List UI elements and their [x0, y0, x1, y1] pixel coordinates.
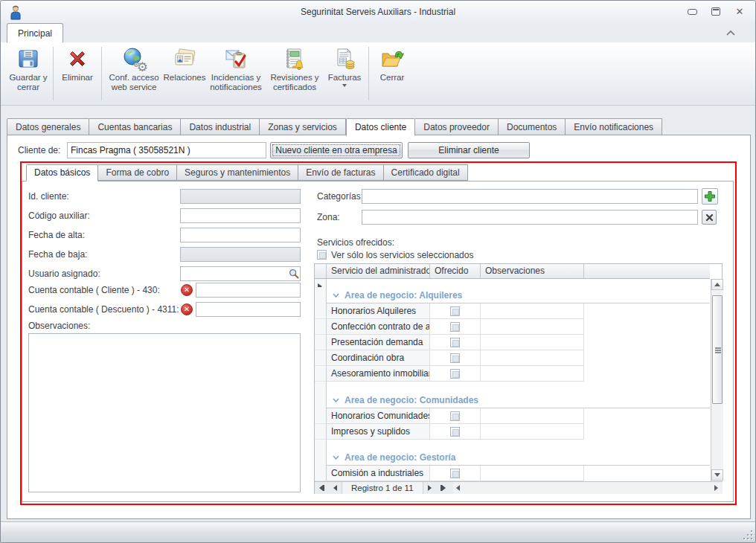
ribbon-separator [53, 47, 54, 100]
usuario-asignado-label: Usuario asignado: [28, 266, 100, 281]
tab-documentos[interactable]: Documentos [499, 118, 566, 135]
grid-header-indicator [315, 264, 327, 278]
zona-field[interactable] [362, 210, 698, 225]
grid-row[interactable]: Comisión a industriales [315, 466, 710, 481]
ofrecido-checkbox[interactable] [450, 353, 460, 363]
ofrecido-checkbox[interactable] [450, 427, 460, 437]
ofrecido-checkbox[interactable] [450, 306, 460, 316]
codigo-auxiliar-label: Código auxiliar: [28, 208, 90, 223]
observaciones-cell[interactable] [481, 424, 584, 440]
search-icon[interactable] [289, 269, 299, 279]
plus-icon [704, 190, 716, 202]
web-service-config-button[interactable]: ⚙ ⚙ Conf. acceso web service [105, 45, 163, 103]
grid-row[interactable]: Coordinación obra [315, 350, 710, 366]
revisions-certificates-button[interactable]: Revisiones y certificados [266, 45, 324, 103]
observaciones-cell[interactable] [481, 408, 584, 424]
ver-solo-seleccionados-checkbox[interactable] [317, 250, 327, 260]
grid-horizontal-scrollbar[interactable] [453, 482, 723, 494]
observaciones-cell[interactable] [481, 319, 584, 335]
close-form-button[interactable]: Cerrar [372, 45, 412, 103]
codigo-auxiliar-field[interactable] [180, 208, 301, 223]
ofrecido-cell [430, 424, 481, 440]
usuario-asignado-field[interactable] [180, 266, 301, 281]
tab-forma-de-cobro[interactable]: Forma de cobro [98, 164, 177, 181]
group-collapse-icon [333, 455, 339, 460]
cuenta-descuento-field[interactable] [196, 302, 301, 317]
observaciones-cell[interactable] [481, 335, 584, 350]
close-window-button[interactable]: ✕ [730, 4, 749, 19]
id-cliente-label: Id. cliente: [28, 189, 69, 204]
zona-label: Zona: [317, 210, 340, 225]
observaciones-cell[interactable] [481, 303, 584, 319]
minimize-button[interactable] [682, 4, 702, 19]
tab-zonas-servicios[interactable]: Zonas y servicios [260, 118, 346, 135]
next-record-button[interactable] [423, 482, 437, 494]
relations-button[interactable]: Relaciones [163, 45, 206, 103]
invoices-button[interactable]: Facturas [324, 45, 365, 103]
observaciones-cell[interactable] [481, 366, 584, 382]
scroll-left-button[interactable] [456, 485, 460, 491]
clear-zona-button[interactable] [702, 210, 717, 225]
ofrecido-checkbox[interactable] [450, 411, 460, 421]
previous-record-button[interactable] [328, 482, 342, 494]
error-icon: ✕ [181, 284, 193, 296]
delete-button[interactable]: Eliminar [57, 45, 98, 103]
tab-seguros-mantenimientos[interactable]: Seguros y mantenimientos [177, 164, 298, 181]
nuevo-cliente-button[interactable]: Nuevo cliente en otra empresa [270, 142, 403, 158]
collapse-ribbon-icon[interactable] [725, 29, 736, 36]
observaciones-field[interactable] [28, 333, 301, 492]
last-record-button[interactable] [437, 482, 450, 494]
scrollbar-thumb[interactable] [712, 295, 723, 404]
resize-grip[interactable] [743, 530, 752, 539]
tab-envio-notificaciones[interactable]: Envío notificaciones [566, 118, 662, 135]
group-row-gestoria[interactable]: Area de negocio: Gestoría [315, 449, 710, 466]
observaciones-cell[interactable] [481, 466, 584, 481]
ribbon-tab-principal[interactable]: Principal [7, 23, 63, 42]
grid-row[interactable]: Asesoramiento inmobiliario [315, 366, 710, 382]
ofrecido-checkbox[interactable] [450, 338, 460, 347]
group-row-comunidades[interactable]: Area de negocio: Comunidades [315, 392, 710, 408]
grid-row[interactable]: Confección contrato de alqui... [315, 319, 710, 335]
tab-cuentas-bancarias[interactable]: Cuentas bancarias [89, 118, 181, 135]
tab-envio-de-facturas[interactable]: Envío de facturas [298, 164, 383, 181]
grid-header-ofrecido[interactable]: Ofrecido [430, 264, 481, 278]
scroll-up-button[interactable] [711, 279, 723, 290]
grid-row[interactable]: Honorarios Comunidades [315, 408, 710, 424]
categorias-field[interactable] [362, 189, 698, 204]
fecha-alta-field[interactable] [180, 228, 301, 242]
scroll-down-button[interactable] [711, 469, 723, 481]
cliente-de-field[interactable]: Fincas Pragma ( 35058521N ) [67, 142, 266, 158]
tab-datos-industrial[interactable]: Datos industrial [181, 118, 260, 135]
group-row-alquileres[interactable]: Area de negocio: Alquileres [315, 287, 710, 303]
incidents-notifications-button[interactable]: Incidencias y notificaciones [206, 45, 266, 103]
ofrecido-checkbox[interactable] [450, 469, 460, 478]
observaciones-cell[interactable] [481, 350, 584, 366]
tab-datos-proveedor[interactable]: Datos proveedor [415, 118, 499, 135]
grid-header-servicio[interactable]: Servicio del administrador [327, 264, 430, 278]
ofrecido-checkbox[interactable] [450, 322, 460, 332]
tab-datos-cliente[interactable]: Datos cliente [346, 118, 415, 136]
status-bar [1, 521, 755, 542]
grid-vertical-scrollbar[interactable] [711, 279, 723, 481]
tab-datos-basicos[interactable]: Datos básicos [26, 164, 98, 181]
clear-x-icon [705, 213, 714, 222]
cuenta-cliente-field[interactable] [196, 283, 301, 298]
grid-row[interactable]: Impresos y suplidos [315, 424, 710, 440]
restore-button[interactable] [706, 4, 725, 19]
save-and-close-button[interactable]: Guardar y cerrar [7, 45, 50, 103]
error-icon: ✕ [181, 303, 193, 315]
add-categoria-button[interactable] [702, 188, 718, 205]
ofrecido-checkbox[interactable] [450, 369, 460, 379]
grid-header-observaciones[interactable]: Observaciones [481, 264, 584, 278]
first-record-button[interactable] [315, 482, 328, 494]
record-position-text: Registro 1 de 11 [342, 482, 423, 494]
tab-certificado-digital[interactable]: Certificado digital [384, 164, 468, 181]
tab-datos-generales[interactable]: Datos generales [7, 118, 89, 135]
invoices-icon [333, 47, 356, 71]
datos-basicos-page: Id. cliente: Código auxiliar: Fecha de a… [22, 181, 734, 502]
grid-row[interactable]: Honorarios Alquileres [315, 303, 710, 319]
grid-row[interactable]: Presentación demanda [315, 335, 710, 350]
scroll-right-button[interactable] [714, 485, 718, 491]
eliminar-cliente-button[interactable]: Eliminar cliente [408, 142, 530, 158]
servicio-cell: Honorarios Alquileres [327, 303, 430, 319]
